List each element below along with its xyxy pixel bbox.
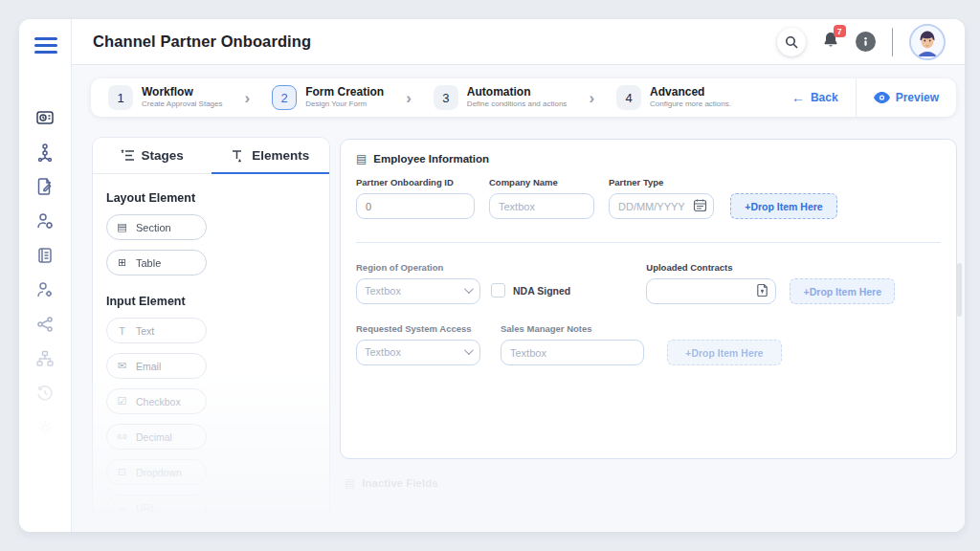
main-content: 1 Workflow Create Approval Stages › 2 Fo… — [72, 65, 965, 532]
step-chevron-icon: › — [245, 90, 251, 106]
step-1-number: 1 — [108, 85, 133, 110]
time-log-icon[interactable] — [34, 107, 56, 128]
hierarchy-icon[interactable] — [34, 348, 56, 369]
left-nav-rail — [19, 19, 72, 532]
history-icon[interactable] — [34, 383, 56, 404]
dropdown-icon: ⊡ — [116, 466, 128, 478]
nda-signed-field: NDA Signed — [491, 283, 570, 304]
company-name-input[interactable] — [489, 193, 594, 219]
header-divider — [892, 28, 894, 56]
notifications-button[interactable]: 7 — [822, 31, 839, 53]
search-icon — [785, 35, 798, 49]
field-label: Sales Manager Notes — [501, 323, 644, 334]
field-label: Requested System Access — [356, 323, 480, 334]
info-icon — [860, 36, 871, 47]
text-icon: T — [116, 325, 128, 337]
form-edit-icon[interactable] — [34, 176, 56, 197]
field-label: Partner Onboarding ID — [356, 177, 475, 187]
user-config-icon[interactable] — [34, 279, 56, 300]
element-pill-decimal[interactable]: 0.0 Decimal — [106, 424, 207, 450]
element-pill-table[interactable]: ⊞ Table — [106, 250, 207, 276]
step-chevron-icon: › — [406, 90, 412, 106]
drop-zone[interactable]: +Drop Item Here — [790, 278, 895, 304]
hamburger-menu-icon[interactable] — [34, 37, 57, 57]
tab-stages[interactable]: Stages — [93, 138, 212, 173]
table-icon: ⊞ — [116, 256, 128, 269]
step-automation[interactable]: 3 Automation Define conditions and actio… — [434, 85, 568, 110]
step-2-number: 2 — [272, 85, 297, 110]
url-icon: ∞ — [116, 502, 128, 514]
element-pill-checkbox[interactable]: ☑ Checkbox — [106, 388, 207, 414]
scrollbar-thumb[interactable] — [957, 263, 962, 317]
step-3-number: 3 — [434, 85, 458, 110]
step-workflow[interactable]: 1 Workflow Create Approval Stages — [108, 85, 223, 110]
decimal-icon: 0.0 — [116, 433, 128, 440]
field-label: Region of Operation — [356, 262, 480, 273]
input-element-heading: Input Element — [106, 295, 316, 308]
text-element-icon — [231, 148, 245, 163]
form-canvas-employee-information: ▤ Employee Information Partner Onboardin… — [340, 139, 957, 459]
rail-icon-list — [19, 107, 71, 473]
layout-element-heading: Layout Element — [106, 191, 316, 205]
back-button[interactable]: ← Back — [774, 78, 856, 117]
field-label: Company Name — [489, 177, 594, 187]
partner-onboarding-id-input[interactable] — [356, 193, 475, 219]
checkbox-icon: ☑ — [116, 395, 128, 408]
step-form-creation[interactable]: 2 Form Creation Design Your Form — [272, 85, 384, 110]
step-4-number: 4 — [616, 85, 641, 110]
nda-signed-checkbox[interactable] — [491, 283, 505, 298]
avatar-illustration — [911, 26, 944, 58]
records-icon[interactable] — [34, 245, 56, 266]
step-chevron-icon: › — [589, 90, 594, 106]
share-nodes-icon[interactable] — [34, 314, 56, 335]
inactive-section-icon: ▤ — [345, 476, 355, 490]
field-label: Partner Type — [609, 177, 714, 187]
section-icon: ▤ — [116, 221, 128, 233]
elements-panel: Stages Elements Layout Element ▤ Section… — [92, 137, 330, 527]
tab-elements[interactable]: Elements — [212, 138, 330, 173]
file-upload-icon[interactable] — [755, 283, 769, 301]
app-window: Channel Partner Onboarding 7 — [19, 19, 965, 532]
section-header-icon: ▤ — [356, 152, 367, 165]
form-section-title: Employee Information — [373, 153, 489, 165]
step-advanced[interactable]: 4 Advanced Configure more actions. — [616, 85, 731, 110]
element-pill-section[interactable]: ▤ Section — [106, 214, 207, 240]
preview-button[interactable]: Preview — [857, 78, 956, 117]
element-pill-url[interactable]: ∞ URL — [106, 495, 207, 520]
org-faded-icon[interactable] — [34, 452, 56, 473]
search-button[interactable] — [777, 28, 806, 56]
stages-icon — [121, 148, 135, 163]
info-button[interactable] — [856, 32, 876, 52]
back-arrow-icon: ← — [791, 91, 805, 104]
email-icon: ✉ — [116, 360, 128, 372]
notification-badge: 7 — [834, 25, 846, 37]
user-gear-icon[interactable] — [34, 210, 56, 231]
page-title: Channel Partner Onboarding — [93, 33, 311, 51]
form-row-divider — [356, 242, 941, 243]
settings-faded-icon[interactable] — [34, 417, 56, 438]
calendar-icon[interactable] — [693, 198, 707, 216]
top-header: Channel Partner Onboarding 7 — [72, 19, 965, 65]
sales-manager-notes-input[interactable] — [501, 340, 644, 365]
user-avatar[interactable] — [909, 24, 946, 60]
element-pill-email[interactable]: ✉ Email — [106, 353, 207, 379]
eye-icon — [874, 92, 890, 103]
stepper-bar: 1 Workflow Create Approval Stages › 2 Fo… — [91, 78, 956, 117]
panel-tabs: Stages Elements — [93, 138, 329, 174]
inactive-fields-section: ▤ Inactive Fields — [345, 476, 438, 490]
approval-flow-icon[interactable] — [34, 142, 56, 163]
drop-zone[interactable]: +Drop Item Here — [730, 193, 837, 219]
drop-zone[interactable]: +Drop Item Here — [667, 340, 782, 365]
element-pill-dropdown[interactable]: ⊡ Dropdown — [106, 459, 207, 485]
field-label: Uploaded Contracts — [646, 262, 776, 273]
element-pill-text[interactable]: T Text — [106, 318, 207, 343]
